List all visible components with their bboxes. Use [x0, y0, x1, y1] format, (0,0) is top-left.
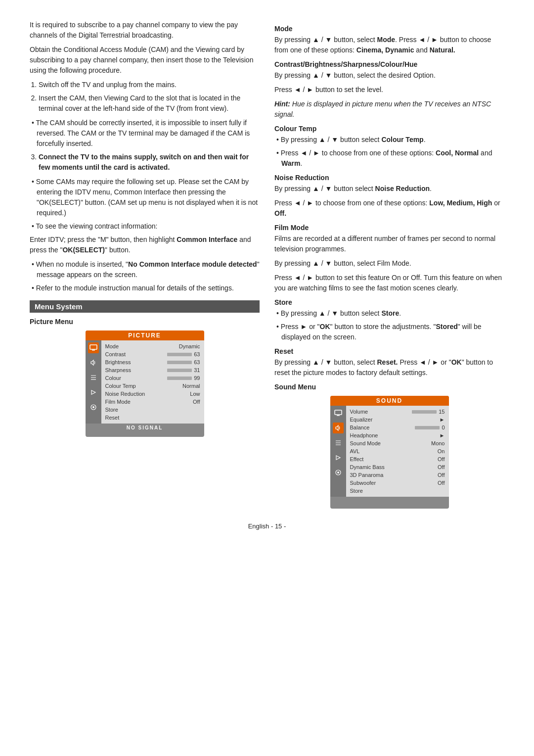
- tv-screen-sound: SOUND: [330, 396, 449, 509]
- tv-icon-channel: [88, 387, 99, 398]
- tv-menu-items-picture: ModeDynamicContrast63Brightness63Sharpne…: [101, 340, 204, 424]
- tv-menu-row: Brightness63: [105, 358, 200, 366]
- colour-temp-bullet2: • Press ◄ / ► to choose from one of thes…: [274, 148, 504, 169]
- tv-menu-row: Sound ModeMono: [350, 439, 445, 447]
- film-text2: By pressing ▲ / ▼ button, select Film Mo…: [274, 258, 504, 269]
- numbered-steps: Switch off the TV and unplug from the ma…: [39, 80, 260, 114]
- mode-text: By pressing ▲ / ▼ button, select Mode. P…: [274, 35, 504, 55]
- intro-para1: It is required to subscribe to a pay cha…: [30, 20, 260, 41]
- tv-icon2-picture: [333, 408, 344, 419]
- tv-menu-row: Colour99: [105, 374, 200, 382]
- sound-menu-heading: Sound Menu: [274, 383, 504, 391]
- colour-temp-heading: Colour Temp: [274, 125, 504, 133]
- step-3: Connect the TV to the mains supply, swit…: [39, 152, 260, 173]
- reset-heading: Reset: [274, 347, 504, 355]
- tv-menu-row: SubwooferOff: [350, 479, 445, 487]
- svg-point-13: [337, 472, 339, 473]
- picture-menu-header: PICTURE: [86, 331, 204, 340]
- step-1: Switch off the TV and unplug from the ma…: [39, 80, 260, 90]
- step-3-list: Connect the TV to the mains supply, swit…: [39, 152, 260, 173]
- picture-menu-tv-mockup: PICTURE: [30, 331, 260, 437]
- tv-menu-row: Equalizer►: [350, 416, 445, 424]
- tv-icons-col-sound: [330, 406, 346, 497]
- colour-temp-bullet1: • By pressing ▲ / ▼ button select Colour…: [274, 135, 504, 145]
- bullet-cam-setup: • Some CAMs may require the following se…: [30, 177, 260, 218]
- tv-menu-row: Sharpness31: [105, 366, 200, 374]
- picture-menu-bottom: NO SIGNAL: [86, 424, 204, 432]
- tv-menu-row: 3D PanaromaOff: [350, 471, 445, 479]
- contrast-heading: Contrast/Brightness/Sharpness/Colour/Hue: [274, 60, 504, 68]
- store-bullet1: • By pressing ▲ / ▼ button select Store.: [274, 308, 504, 319]
- tv-menu-row: Dynamic BassOff: [350, 463, 445, 471]
- right-column: Mode By pressing ▲ / ▼ button, select Mo…: [274, 20, 504, 513]
- film-mode-heading: Film Mode: [274, 224, 504, 232]
- tv-menu-row: AVLOn: [350, 447, 445, 455]
- store-bullet2: • Press ► or "OK" button to store the ad…: [274, 322, 504, 342]
- tv-menu-row: EffectOff: [350, 455, 445, 463]
- picture-menu-heading: Picture Menu: [30, 318, 260, 326]
- tv-menu-row: Store: [105, 406, 200, 414]
- tv-icon2-remote: [333, 467, 344, 478]
- mode-heading: Mode: [274, 25, 504, 33]
- tv-menu-row: Volume15: [350, 408, 445, 416]
- tv-menu-row: Contrast63: [105, 350, 200, 358]
- tv-menu-row: Film ModeOff: [105, 398, 200, 406]
- film-text1: Films are recorded at a different number…: [274, 234, 504, 254]
- tv-menu-row: Reset: [105, 414, 200, 422]
- svg-rect-0: [90, 345, 97, 349]
- tv-menu-row: Store: [350, 487, 445, 495]
- noise-heading: Noise Reduction: [274, 174, 504, 182]
- hint-text: Hint: Hue is displayed in picture menu w…: [274, 99, 504, 120]
- svg-point-6: [92, 406, 94, 408]
- step-2: Insert the CAM, then Viewing Card to the…: [39, 93, 260, 114]
- tv-menu-row: ModeDynamic: [105, 342, 200, 350]
- svg-rect-7: [335, 410, 342, 415]
- tv-icon-remote: [88, 402, 99, 413]
- tv-menu-items-sound: Volume15Equalizer►Balance0Headphone►Soun…: [346, 406, 449, 497]
- footer-text: English - 15 -: [248, 522, 286, 530]
- bullet-no-module: • When no module is inserted, "No Common…: [30, 259, 260, 280]
- sound-menu-bottom: [330, 497, 449, 504]
- reset-text: By pressing ▲ / ▼ button, select Reset. …: [274, 357, 504, 378]
- tv-menu-row: Balance0: [350, 424, 445, 431]
- sound-menu-header: SOUND: [330, 396, 449, 406]
- menu-system-heading: Menu System: [30, 300, 260, 313]
- store-heading: Store: [274, 298, 504, 306]
- tv-icon2-settings: [333, 437, 344, 448]
- bullet-refer-manual: • Refer to the module instruction manual…: [30, 283, 260, 293]
- left-column: It is required to subscribe to a pay cha…: [30, 20, 260, 513]
- film-text3: Press ◄ / ► button to set this feature O…: [274, 273, 504, 293]
- svg-rect-8: [337, 415, 340, 416]
- sound-menu-tv-mockup: SOUND: [274, 396, 504, 509]
- tv-icon-picture: [88, 342, 99, 353]
- bullet-viewing-contract: • To see the viewing contract informatio…: [30, 221, 260, 232]
- page-footer: English - 15 -: [30, 522, 504, 530]
- tv-screen-picture: PICTURE: [86, 331, 204, 437]
- intro-para2: Obtain the Conditional Access Module (CA…: [30, 45, 260, 76]
- noise-text1: By pressing ▲ / ▼ button select Noise Re…: [274, 184, 504, 194]
- tv-icon-sound: [88, 357, 99, 368]
- tv-icons-col-picture: [86, 340, 101, 424]
- tv-sidebar-sound: Volume15Equalizer►Balance0Headphone►Soun…: [330, 406, 449, 497]
- noise-text2: Press ◄ / ► to choose from one of these …: [274, 198, 504, 219]
- tv-menu-row: Colour TempNormal: [105, 382, 200, 390]
- bullet-cam-insert: • The CAM should be correctly inserted, …: [30, 118, 260, 149]
- tv-icon2-sound: [333, 423, 344, 433]
- tv-icon-settings: [88, 372, 99, 383]
- enter-idtv-text: Enter IDTV; press the "M" button, then h…: [30, 235, 260, 255]
- tv-icon2-channel: [333, 452, 344, 463]
- contrast-text2: Press ◄ / ► button to set the level.: [274, 85, 504, 95]
- contrast-text1: By pressing ▲ / ▼ button, select the des…: [274, 70, 504, 81]
- tv-menu-row: Headphone►: [350, 431, 445, 439]
- svg-rect-1: [92, 350, 95, 351]
- tv-menu-row: Noise ReductionLow: [105, 390, 200, 398]
- tv-sidebar-picture: ModeDynamicContrast63Brightness63Sharpne…: [86, 340, 204, 424]
